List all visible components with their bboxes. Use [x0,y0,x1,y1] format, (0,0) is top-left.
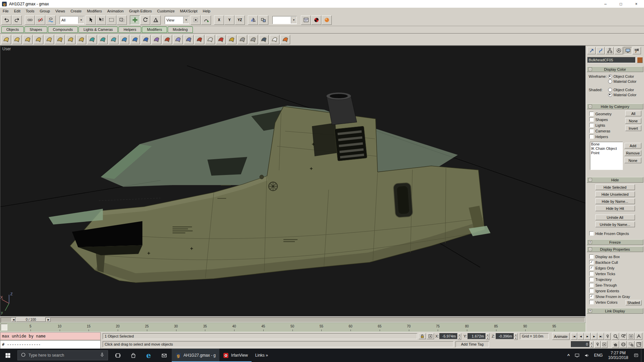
vertex-colors-shaded-button[interactable]: Shaded [626,300,642,305]
select-and-rotate-icon[interactable] [140,15,150,25]
tab-objects[interactable]: Objects [1,26,24,33]
optimize-modifier-icon[interactable] [216,35,226,44]
multires-modifier-icon[interactable] [227,35,236,44]
action-center-icon[interactable] [631,349,641,362]
go-to-start-button[interactable]: |◀ [571,333,577,340]
hide-frozen-objects-checkbox[interactable] [589,231,594,236]
select-and-link-icon[interactable] [25,15,35,25]
mirror-icon[interactable] [248,15,258,25]
meshsmooth-modifier-icon[interactable] [195,35,204,44]
ripple-modifier-icon[interactable] [87,35,97,44]
redo-icon[interactable] [12,15,22,25]
ignore-extents-checkbox[interactable] [589,289,594,293]
show-frozen-in-gray-checkbox[interactable]: ✓ [589,294,594,299]
displace-modifier-icon[interactable] [162,35,172,44]
rollout-header-display-color[interactable]: - Display Color [587,66,643,72]
radio-icon[interactable] [608,88,612,92]
menu-create[interactable]: Create [68,8,84,14]
mail-icon[interactable] [156,349,172,362]
hidden-icons-chevron[interactable]: ^ [565,349,572,362]
restrict-x-button[interactable]: X [214,15,224,25]
previous-frame-arrow[interactable]: ◀ [11,318,16,322]
edge-icon[interactable]: e [141,349,156,362]
menu-edit[interactable]: Edit [11,8,23,14]
next-frame-arrow[interactable]: ▶ [46,318,51,322]
backface-cull-checkbox[interactable]: ✓ [589,260,594,264]
taskbar-app-gmax[interactable]: gAH1G27.gmax - g [172,349,219,362]
language-indicator[interactable]: ENG [592,349,605,362]
wireframe-object-color-radio[interactable]: Object Color [608,74,636,79]
x-spinner[interactable]: ▴▾ [458,333,461,339]
key-filter-button[interactable] [594,341,601,348]
reference-coord-system-dropdown-arrow[interactable]: ▼ [183,17,189,23]
select-and-move-icon[interactable] [130,15,140,25]
slice-modifier-icon[interactable] [119,35,129,44]
named-selection-sets-dropdown-arrow[interactable]: ▼ [291,17,297,23]
align-icon[interactable] [258,15,268,25]
show-desktop-button[interactable] [641,349,644,362]
panel-tab-modify[interactable] [596,47,605,54]
zoom-button[interactable] [612,333,619,340]
radio-icon[interactable] [608,74,612,78]
hide-selected-button[interactable]: Hide Selected [595,184,635,190]
microphone-icon[interactable] [100,352,105,358]
menu-tools[interactable]: Tools [23,8,37,14]
menu-modifiers[interactable]: Modifiers [84,8,105,14]
panel-tab-display[interactable] [624,47,632,54]
mirror-modifier-modifier-icon[interactable] [152,35,161,44]
named-selection-sets-select[interactable]: ▼ [272,16,297,24]
menu-animation[interactable]: Animation [105,8,126,14]
key-settings-button[interactable] [601,341,607,348]
trajectory-checkbox[interactable] [589,277,594,282]
selection-filter-select[interactable]: All▼ [60,16,84,24]
geometry-checkbox[interactable] [589,112,594,116]
bend-modifier-icon[interactable] [1,35,11,44]
unwrap-uvw-modifier-icon[interactable] [280,35,290,44]
lattice-modifier-icon[interactable] [141,35,151,44]
animate-button[interactable]: Animate [552,333,570,340]
close-button[interactable]: × [629,0,644,8]
cameras-checkbox[interactable] [589,129,594,133]
store-icon[interactable] [125,349,141,362]
see-through-checkbox[interactable] [589,283,594,287]
select-object-icon[interactable] [86,15,96,25]
y-coordinate-field[interactable]: 1.672m [468,333,486,339]
previous-frame-button[interactable]: ◀ [578,333,584,340]
category-list-item-ik-chain-object[interactable]: IK Chain Object [590,146,623,151]
tab-modeling[interactable]: Modeling [168,26,193,33]
minimize-button[interactable]: – [598,0,613,8]
x-coordinate-field[interactable]: -5.974m [439,333,458,339]
time-slider[interactable]: ◀ 0 / 100 ▶ [0,316,586,322]
menu-graph-editors[interactable]: Graph Editors [126,8,155,14]
hide-by-name-button[interactable]: Hide by Name... [595,198,635,204]
push-modifier-icon[interactable] [66,35,75,44]
panel-tab-create[interactable] [587,47,596,54]
select-and-manipulate-icon[interactable] [201,15,211,25]
none-categories-button[interactable]: None [625,118,641,124]
viewport-label[interactable]: User [2,47,11,51]
rollout-header-hide[interactable]: - Hide [587,177,643,183]
object-name-field[interactable] [587,57,636,63]
tab-lights-cameras[interactable]: Lights & Cameras [78,26,118,33]
z-spinner[interactable]: ▴▾ [514,333,518,339]
category-listbox[interactable]: BoneIK Chain ObjectPoint [590,142,623,170]
y-spinner[interactable]: ▴▾ [486,333,489,339]
vertex-colors-checkbox[interactable] [589,300,594,304]
rollout-header-hide-by-category[interactable]: - Hide by Category [587,104,643,109]
hide-unselected-button[interactable]: Hide Unselected [595,191,635,197]
undo-icon[interactable] [1,15,11,25]
vertex-ticks-checkbox[interactable] [589,272,594,276]
zoom-region-button[interactable] [627,341,635,348]
uvw-map-modifier-icon[interactable] [270,35,279,44]
preserve-modifier-icon[interactable] [184,35,194,44]
maximize-button[interactable]: □ [613,0,629,8]
edit-mesh-modifier-icon[interactable] [237,35,247,44]
rollout-header-display-properties[interactable]: - Display Properties [587,246,643,252]
volume-icon[interactable] [582,349,592,362]
invert-categories-button[interactable]: Invert [625,125,641,131]
edges-only-checkbox[interactable]: ✓ [589,266,594,270]
maxscript-macro-recorder[interactable]: max unhide by name [0,332,101,340]
hide-by-hit-button[interactable]: Hide by Hit [595,205,635,211]
wireframe-material-color-radio[interactable]: Material Color [608,79,636,84]
play-animation-button[interactable]: ▶ [584,333,591,340]
